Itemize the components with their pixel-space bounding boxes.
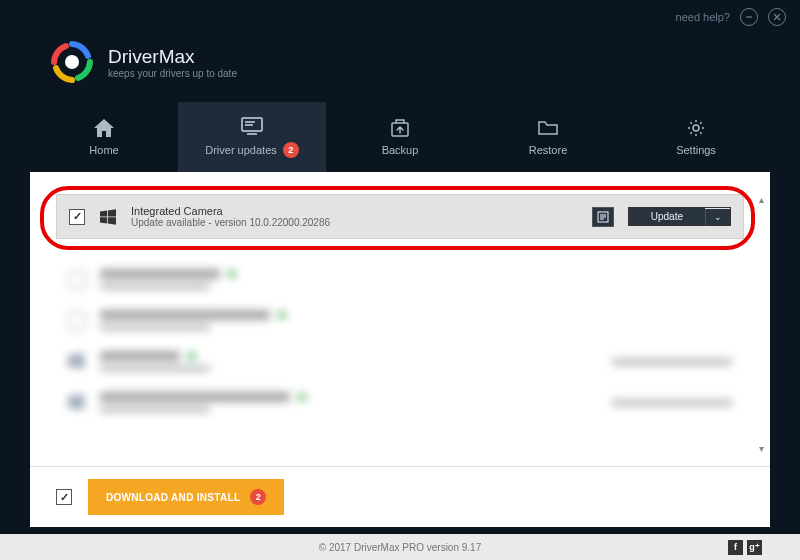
close-button[interactable]	[768, 8, 786, 26]
gear-icon	[685, 118, 707, 137]
nav-backup-label: Backup	[382, 144, 419, 156]
nav-settings[interactable]: Settings	[622, 102, 770, 172]
install-button-label: DOWNLOAD AND INSTALL	[106, 492, 240, 503]
driver-list: ▴ ▾ Integrated Camera Update available -…	[30, 172, 770, 472]
scroll-down-icon[interactable]: ▾	[759, 443, 764, 454]
home-icon	[93, 118, 115, 137]
driver-checkbox[interactable]	[69, 209, 85, 225]
update-button[interactable]: Update ⌄	[628, 207, 731, 226]
svg-point-9	[693, 125, 699, 131]
driver-name: Integrated Camera	[131, 205, 578, 217]
chevron-down-icon[interactable]: ⌄	[705, 209, 730, 225]
driver-status: Update available - version 10.0.22000.20…	[131, 217, 578, 228]
main-nav: Home Driver updates 2 Backup Restore Set…	[0, 102, 800, 172]
monitor-icon	[241, 116, 263, 135]
facebook-icon[interactable]: f	[728, 540, 743, 555]
updates-count-badge: 2	[283, 142, 299, 158]
app-title: DriverMax	[108, 46, 237, 68]
nav-restore-label: Restore	[529, 144, 568, 156]
copyright-text: © 2017 DriverMax PRO version 9.17	[319, 542, 481, 553]
content-panel: ▴ ▾ Integrated Camera Update available -…	[30, 172, 770, 527]
nav-driver-updates[interactable]: Driver updates 2	[178, 102, 326, 172]
folder-icon	[537, 118, 559, 137]
app-logo-icon	[50, 40, 94, 84]
download-install-button[interactable]: DOWNLOAD AND INSTALL 2	[88, 479, 284, 515]
nav-home[interactable]: Home	[30, 102, 178, 172]
nav-home-label: Home	[89, 144, 118, 156]
googleplus-icon[interactable]: g⁺	[747, 540, 762, 555]
minimize-button[interactable]	[740, 8, 758, 26]
windows-icon	[99, 208, 117, 226]
nav-backup[interactable]: Backup	[326, 102, 474, 172]
blurred-driver-rows	[56, 259, 744, 423]
app-header: DriverMax keeps your drivers up to date	[0, 34, 800, 102]
backup-icon	[389, 118, 411, 137]
app-tagline: keeps your drivers up to date	[108, 68, 237, 79]
title-bar: need help?	[0, 0, 800, 34]
list-item	[56, 341, 744, 382]
help-link[interactable]: need help?	[676, 11, 730, 23]
footer: © 2017 DriverMax PRO version 9.17 f g⁺	[0, 534, 800, 560]
nav-settings-label: Settings	[676, 144, 716, 156]
select-all-checkbox[interactable]	[56, 489, 72, 505]
list-item	[56, 300, 744, 341]
details-button[interactable]	[592, 207, 614, 227]
nav-updates-label: Driver updates	[205, 144, 277, 156]
bottom-action-bar: DOWNLOAD AND INSTALL 2	[30, 466, 770, 527]
scroll-up-icon[interactable]: ▴	[759, 194, 764, 205]
driver-row: Integrated Camera Update available - ver…	[56, 194, 744, 239]
install-count-badge: 2	[250, 489, 266, 505]
svg-point-3	[65, 55, 79, 69]
update-button-label: Update	[629, 208, 705, 225]
list-item	[56, 259, 744, 300]
nav-restore[interactable]: Restore	[474, 102, 622, 172]
list-item	[56, 382, 744, 423]
